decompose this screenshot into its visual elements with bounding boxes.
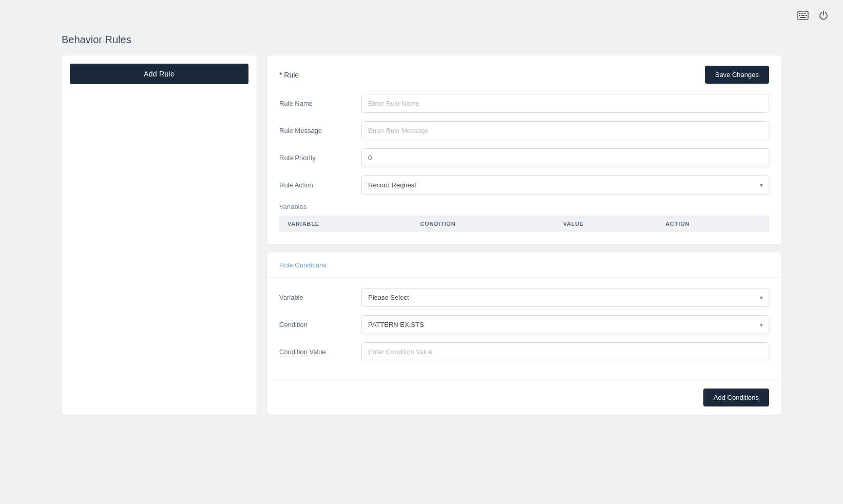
rule-priority-input[interactable] [361,148,769,167]
conditions-footer: Add Conditions [267,380,781,415]
rule-message-row: Rule Message [279,121,769,140]
svg-rect-3 [804,13,806,14]
rule-section: * Rule Save Changes Rule Name Rule Messa… [267,55,781,244]
top-bar [796,8,831,23]
rule-message-input[interactable] [361,121,769,140]
variables-label: Variables [279,203,769,210]
save-changes-button[interactable]: Save Changes [705,66,769,84]
conditions-body: Variable Please Select ▾ Condition PATTE… [267,278,781,380]
condition-condition-select[interactable]: PATTERN EXISTS EQUALS CONTAINS STARTS WI… [361,315,769,334]
condition-variable-row: Variable Please Select ▾ [279,288,769,307]
variables-col-action: ACTION [657,216,769,232]
keyboard-icon[interactable] [796,8,810,23]
variables-col-condition: CONDITION [412,216,555,232]
condition-variable-select[interactable]: Please Select [361,288,769,307]
svg-rect-1 [799,13,800,14]
rule-action-row: Rule Action Record Request Block Request… [279,176,769,195]
power-icon[interactable] [816,8,831,23]
svg-rect-4 [799,15,800,16]
svg-rect-5 [801,15,804,16]
condition-condition-label: Condition [279,321,361,328]
rule-section-label: * Rule [279,71,299,79]
rule-action-label: Rule Action [279,181,361,189]
variables-col-value: VALUE [555,216,658,232]
conditions-section-label: Rule Conditions [279,261,327,269]
condition-value-input[interactable] [361,342,769,361]
page-title: Behavior Rules [62,34,131,46]
right-panel: * Rule Save Changes Rule Name Rule Messa… [267,55,781,415]
condition-condition-row: Condition PATTERN EXISTS EQUALS CONTAINS… [279,315,769,334]
main-layout: Add Rule * Rule Save Changes Rule Name R… [62,55,781,415]
condition-value-label: Condition Value [279,348,361,356]
rule-section-header: * Rule Save Changes [279,66,769,84]
add-rule-button[interactable]: Add Rule [70,64,248,84]
svg-rect-6 [806,15,807,16]
rule-action-select[interactable]: Record Request Block Request Allow Reque… [361,176,769,195]
add-conditions-button[interactable]: Add Conditions [703,389,769,406]
conditions-section-header: Rule Conditions [267,253,781,278]
variables-section: Variables VARIABLE CONDITION VALUE ACTIO… [279,203,769,232]
variables-table: VARIABLE CONDITION VALUE ACTION [279,216,769,232]
condition-variable-select-wrapper: Please Select ▾ [361,288,769,307]
variables-table-header-row: VARIABLE CONDITION VALUE ACTION [279,216,769,232]
svg-rect-2 [801,13,803,14]
svg-rect-7 [800,17,806,18]
rule-name-label: Rule Name [279,100,361,107]
rule-priority-label: Rule Priority [279,154,361,162]
condition-condition-select-wrapper: PATTERN EXISTS EQUALS CONTAINS STARTS WI… [361,315,769,334]
variables-col-variable: VARIABLE [279,216,412,232]
condition-variable-label: Variable [279,294,361,301]
conditions-section: Rule Conditions Variable Please Select ▾… [267,253,781,415]
rule-message-label: Rule Message [279,127,361,134]
left-panel: Add Rule [62,55,257,415]
rule-action-select-wrapper: Record Request Block Request Allow Reque… [361,176,769,195]
condition-value-row: Condition Value [279,342,769,361]
rule-priority-row: Rule Priority [279,148,769,167]
rule-name-input[interactable] [361,94,769,113]
rule-name-row: Rule Name [279,94,769,113]
